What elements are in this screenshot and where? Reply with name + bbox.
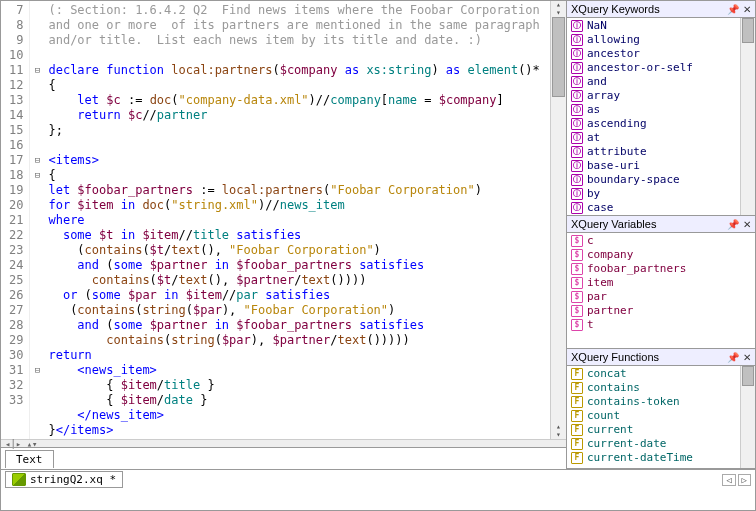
side-panels: XQuery Keywords 📌 ✕ ⓘNaNⓘallowingⓘancest… xyxy=(567,1,755,469)
code-editor[interactable]: (: Section: 1.6.4.2 Q2 Find news items w… xyxy=(44,1,550,439)
panel-item[interactable]: $c xyxy=(567,234,755,248)
panel-item[interactable]: Fcount xyxy=(567,409,755,423)
tab-next-icon[interactable]: ▷ xyxy=(738,474,751,486)
panel-item[interactable]: ⓘancestor xyxy=(567,47,755,61)
panel-item[interactable]: Fcurrent-dateTime xyxy=(567,451,755,465)
panel-item[interactable]: $company xyxy=(567,248,755,262)
panel-item[interactable]: Fcurrent xyxy=(567,423,755,437)
pin-icon[interactable]: 📌 xyxy=(727,219,739,230)
panel-item[interactable]: ⓘcase xyxy=(567,201,755,215)
panel-item[interactable]: ⓘallowing xyxy=(567,33,755,47)
file-tab[interactable]: stringQ2.xq * xyxy=(5,471,123,488)
panel-item[interactable]: ⓘNaN xyxy=(567,19,755,33)
panel-title: XQuery Keywords xyxy=(571,3,723,15)
panel-keywords: XQuery Keywords 📌 ✕ ⓘNaNⓘallowingⓘancest… xyxy=(567,1,755,216)
editor-vertical-scrollbar[interactable]: ▴▾ ▴▾ xyxy=(550,1,566,439)
panel-functions: XQuery Functions 📌 ✕ FconcatFcontainsFco… xyxy=(567,349,755,469)
panel-item[interactable]: ⓘas xyxy=(567,103,755,117)
pin-icon[interactable]: 📌 xyxy=(727,352,739,363)
close-icon[interactable]: ✕ xyxy=(743,352,751,363)
panel-item[interactable]: $t xyxy=(567,318,755,332)
panel-item[interactable]: ⓘattribute xyxy=(567,145,755,159)
panel-title: XQuery Functions xyxy=(571,351,723,363)
fold-gutter[interactable]: ⊟⊟⊟⊟ xyxy=(30,1,44,439)
panel-item[interactable]: ⓘancestor-or-self xyxy=(567,61,755,75)
panel-item[interactable]: ⓘat xyxy=(567,131,755,145)
panel-variables: XQuery Variables 📌 ✕ $c$company$foobar_p… xyxy=(567,216,755,349)
panel-scrollbar[interactable] xyxy=(740,366,755,468)
panel-item[interactable]: ⓘarray xyxy=(567,89,755,103)
view-tabs: Text xyxy=(1,447,566,469)
panel-item[interactable]: ⓘand xyxy=(567,75,755,89)
panel-item[interactable]: ⓘboundary-space xyxy=(567,173,755,187)
tab-prev-icon[interactable]: ◁ xyxy=(722,474,735,486)
file-tab-bar: stringQ2.xq * ◁ ▷ xyxy=(1,469,755,489)
tab-nav-buttons[interactable]: ◁ ▷ xyxy=(722,474,751,486)
pin-icon[interactable]: 📌 xyxy=(727,4,739,15)
line-number-gutter: 7891011121314151617181920212223242526272… xyxy=(1,1,30,439)
panel-item[interactable]: $partner xyxy=(567,304,755,318)
panel-header-keywords[interactable]: XQuery Keywords 📌 ✕ xyxy=(567,1,755,18)
close-icon[interactable]: ✕ xyxy=(743,219,751,230)
panel-item[interactable]: Fconcat xyxy=(567,367,755,381)
panel-scrollbar[interactable] xyxy=(740,18,755,215)
tab-text[interactable]: Text xyxy=(5,450,54,468)
panel-header-functions[interactable]: XQuery Functions 📌 ✕ xyxy=(567,349,755,366)
panel-item[interactable]: ⓘascending xyxy=(567,117,755,131)
panel-item[interactable]: $par xyxy=(567,290,755,304)
panel-item[interactable]: Fcurrent-date xyxy=(567,437,755,451)
panel-title: XQuery Variables xyxy=(571,218,723,230)
editor-area: 7891011121314151617181920212223242526272… xyxy=(1,1,567,469)
panel-item[interactable]: Fcontains-token xyxy=(567,395,755,409)
panel-item[interactable]: $foobar_partners xyxy=(567,262,755,276)
panel-item[interactable]: ⓘby xyxy=(567,187,755,201)
file-name: stringQ2.xq * xyxy=(30,473,116,486)
panel-item[interactable]: Fcontains xyxy=(567,381,755,395)
panel-item[interactable]: $item xyxy=(567,276,755,290)
panel-item[interactable]: ⓘbase-uri xyxy=(567,159,755,173)
panel-header-variables[interactable]: XQuery Variables 📌 ✕ xyxy=(567,216,755,233)
file-icon xyxy=(12,473,26,486)
close-icon[interactable]: ✕ xyxy=(743,4,751,15)
splitter-handle[interactable]: ◂│▸ ▴▾ xyxy=(1,439,566,447)
